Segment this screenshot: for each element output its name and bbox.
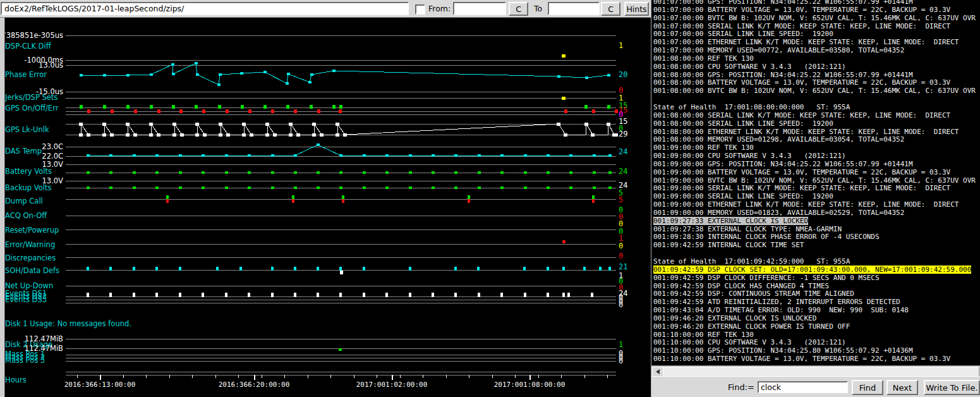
marker-das-temp bbox=[524, 154, 527, 157]
marker-gps-lk-unlk bbox=[195, 123, 199, 126]
log-line[interactable]: 001:07:00:00 MEMORY USED=00772, AVAILABL… bbox=[653, 47, 980, 55]
marker-dump-call-err bbox=[592, 199, 595, 203]
marker-battery-volts bbox=[478, 171, 481, 174]
from-clear-button[interactable]: C bbox=[509, 2, 528, 16]
log-line[interactable]: 001:07:00:00 BATTERY VOLTAGE = 13.0V, TE… bbox=[653, 6, 980, 15]
marker-phase-error bbox=[557, 75, 560, 78]
to-label: To bbox=[534, 4, 542, 13]
marker-backup-volts bbox=[363, 186, 366, 189]
log-line[interactable]: 001:09:46:20 EXTERNAL CLOCK POWER IS TUR… bbox=[653, 323, 980, 331]
marker-battery-volts bbox=[202, 171, 205, 174]
marker-phase-error bbox=[286, 82, 289, 85]
marker-backup-volts bbox=[225, 186, 228, 189]
log-line[interactable]: 001:08:00:00 CPU SOFTWARE V 3.4.3 (2012:… bbox=[653, 63, 980, 71]
marker-backup-volts bbox=[524, 186, 527, 189]
log-line[interactable]: 001:08:00:00 SERIAL LINK LINE SPEED: 192… bbox=[653, 120, 980, 128]
log-line[interactable]: 001:09:42:59 DSP CLOCK DIFFERENCE: -1 SE… bbox=[653, 274, 980, 283]
marker-events-ds1 bbox=[179, 293, 181, 297]
log-line[interactable]: 001:09:42:59 INTERNAL CLOCK TIME SET bbox=[653, 241, 980, 250]
marker-gps-on bbox=[607, 105, 610, 109]
next-button[interactable]: Next bbox=[886, 380, 918, 395]
marker-phase-error bbox=[263, 71, 267, 73]
marker-soh-data-defs-white bbox=[340, 271, 343, 274]
scrollbar-trough[interactable] bbox=[663, 367, 979, 377]
marker-gps-lk-unlk bbox=[87, 133, 90, 137]
marker-backup-volts bbox=[593, 186, 596, 189]
scroll-left-arrow-icon[interactable] bbox=[652, 367, 663, 377]
marker-dump-call-ok bbox=[166, 195, 169, 199]
log-line[interactable]: State of Health 17:001:09:42:59:000 ST: … bbox=[653, 258, 980, 266]
marker-gps-on bbox=[218, 105, 221, 109]
marker-battery-volts bbox=[363, 171, 366, 174]
to-input[interactable] bbox=[548, 2, 600, 15]
marker-gps-lk-unlk bbox=[219, 123, 222, 126]
plot-vertical-scrollbar[interactable] bbox=[0, 17, 5, 397]
write-to-file-button[interactable]: Write To File. bbox=[924, 380, 980, 395]
log-hscrollbar[interactable] bbox=[651, 365, 980, 376]
log-line[interactable]: 001:09:00:00 ETHERNET LINK K/T MODE: KEE… bbox=[653, 201, 980, 209]
log-line[interactable]: 001:09:46:20 EXTERNAL CLOCK IS UNLOCKED bbox=[653, 315, 980, 323]
find-input[interactable] bbox=[758, 381, 848, 393]
marker-battery-volts bbox=[593, 171, 596, 174]
marker-battery-volts bbox=[500, 171, 504, 174]
log-line[interactable]: 001:07:00:00 BVTC BW B: 102UV NOM, V: 65… bbox=[653, 15, 980, 23]
hints-button[interactable]: Hints bbox=[624, 2, 649, 16]
marker-gps-on bbox=[241, 105, 244, 109]
marker-backup-volts bbox=[608, 186, 612, 189]
soh-plot-panel: DSP-CLK DiffPhase ErrorJerks/DSP SetsGPS… bbox=[0, 0, 651, 397]
marker-gps-lk-unlk bbox=[557, 123, 560, 126]
from-label: From: bbox=[428, 4, 451, 13]
log-line[interactable]: 001:08:00:00 BVTC BW B: 102UV NOM, V: 65… bbox=[653, 87, 980, 95]
toolbar: From: C To C Hints bbox=[0, 0, 651, 18]
marker-backup-volts bbox=[432, 186, 435, 189]
log-line[interactable]: 001:09:00:00 CPU SOFTWARE V 3.4.3 (2012:… bbox=[653, 152, 980, 161]
log-line[interactable]: 001:09:43:04 A/D TIMETAG ERROR: OLD: 990… bbox=[653, 307, 980, 315]
find-button[interactable]: Find bbox=[852, 380, 883, 395]
marker-gps-lk-unlk bbox=[343, 133, 347, 137]
marker-gps-lk-unlk bbox=[226, 133, 230, 137]
marker-phase-error bbox=[126, 74, 130, 76]
from-checkbox[interactable] bbox=[415, 4, 425, 15]
soh-plot[interactable] bbox=[0, 0, 651, 397]
marker-phase-error bbox=[585, 76, 588, 79]
log-line[interactable]: 001:09:00:00 MEMORY USED=01823, AVAILABL… bbox=[653, 209, 980, 217]
marker-das-temp bbox=[363, 154, 366, 157]
log-line[interactable]: 001:09:00:00 GPS: POSITION: N34:04:25.22… bbox=[653, 161, 980, 169]
marker-backup-volts bbox=[500, 186, 504, 189]
log-line[interactable]: 001:09:27:33 EXTERNAL CLOCK IS LOCKED bbox=[653, 217, 980, 226]
log-line[interactable]: 001:09:00:00 BATTERY VOLTAGE = 13.0V, TE… bbox=[653, 169, 980, 177]
marker-soh-data-defs bbox=[363, 267, 365, 271]
marker-soh-data-defs bbox=[271, 267, 274, 271]
from-input[interactable] bbox=[453, 2, 506, 15]
marker-dsp-clk-diff bbox=[562, 54, 566, 58]
marker-gps-lk-unlk bbox=[584, 123, 588, 126]
marker-gps-lk-unlk bbox=[203, 133, 207, 137]
log-line[interactable]: 001:08:00:00 SERIAL LINK K/T MODE: KEEP … bbox=[653, 112, 980, 120]
marker-events-ds1 bbox=[271, 293, 274, 297]
marker-gps-lk-unlk bbox=[149, 123, 153, 126]
marker-soh-data-defs bbox=[294, 267, 296, 271]
marker-soh-data-defs bbox=[454, 267, 457, 271]
marker-events-ds1 bbox=[109, 293, 112, 297]
log-view[interactable]: 001:07:00:00 GPS: POSITION: N34:04:25.22… bbox=[651, 0, 980, 365]
marker-events-ds1 bbox=[409, 293, 411, 297]
log-line[interactable]: 001:10:00:00 BATTERY VOLTAGE = 13.0V, TE… bbox=[653, 355, 980, 363]
marker-gps-on bbox=[286, 105, 289, 109]
marker-gps-err bbox=[339, 109, 342, 113]
log-line[interactable]: State of Health 17:001:08:00:00:000 ST: … bbox=[653, 104, 980, 112]
path-input[interactable] bbox=[1, 2, 409, 15]
log-line[interactable]: 001:08:00:00 REF TEK 130 bbox=[653, 55, 980, 63]
marker-events-ds1 bbox=[294, 293, 296, 297]
marker-battery-volts bbox=[569, 171, 572, 174]
marker-backup-volts bbox=[339, 186, 342, 189]
marker-battery-volts bbox=[294, 171, 297, 174]
log-line[interactable]: 001:09:42:59 DSP CLOCK SET: OLD=17:001:0… bbox=[653, 266, 980, 274]
marker-phase-error bbox=[195, 62, 198, 64]
marker-phase-error bbox=[607, 74, 610, 76]
marker-gps-lk-unlk bbox=[242, 123, 246, 126]
marker-das-temp bbox=[500, 154, 504, 157]
to-clear-button[interactable]: C bbox=[601, 2, 620, 16]
marker-events-ds1 bbox=[248, 293, 250, 297]
marker-soh-data-defs bbox=[523, 267, 526, 271]
marker-gps-on bbox=[339, 105, 342, 109]
